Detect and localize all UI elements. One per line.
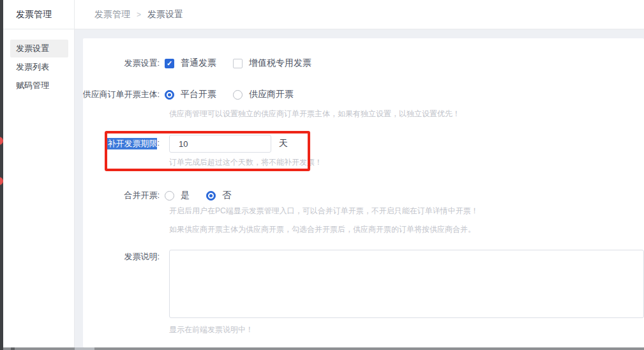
top-header: 发票管理 发票管理>发票设置 — [3, 0, 644, 29]
sidebar-divider — [74, 0, 75, 347]
field-label-colon: : — [157, 138, 160, 149]
unit-label-days: 天 — [279, 138, 288, 149]
form-row-invoice-note: 发票说明: — [83, 250, 644, 318]
app-window: 发票管理 发票管理>发票设置 发票设置 发票列表 赋码管理 发票设置: 普通发票… — [0, 0, 644, 350]
invoice-note-textarea[interactable] — [169, 250, 644, 318]
radio-label-merge-no[interactable]: 否 — [222, 190, 231, 201]
field-label-supplier-subject: 供应商订单开票主体: — [83, 89, 160, 100]
form-row-supplier-subject: 供应商订单开票主体: 平台开票 供应商开票 — [83, 88, 644, 101]
radio-platform-invoicing[interactable] — [165, 90, 174, 100]
checkbox-label-vat-invoice[interactable]: 增值税专用发票 — [249, 57, 311, 69]
breadcrumb: 发票管理>发票设置 — [94, 0, 183, 29]
form-row-merge-invoice: 合并开票: 是 否 — [83, 189, 644, 202]
page-title: 发票管理 — [16, 0, 52, 29]
radio-label-platform-invoicing[interactable]: 平台开票 — [181, 89, 216, 100]
radio-merge-no[interactable] — [206, 191, 216, 201]
field-label-invoice-type: 发票设置: — [83, 57, 160, 69]
form-row-invoice-type: 发票设置: 普通发票 增值税专用发票 — [83, 57, 644, 70]
checkbox-ordinary-invoice[interactable] — [165, 59, 174, 68]
helper-supplier-subject: 供应商管理可以设置独立的供应商订单开票主体，如果有独立设置，以独立设置优先！ — [169, 109, 460, 119]
sidebar-item-code-management[interactable]: 赋码管理 — [10, 77, 68, 95]
checkbox-vat-invoice[interactable] — [233, 59, 243, 68]
sidebar-menu: 发票设置 发票列表 赋码管理 — [3, 29, 74, 95]
form-row-reissue-period: 补开发票期限: 天 — [83, 135, 644, 153]
window-edge — [0, 0, 3, 350]
sidebar-item-invoice-list[interactable]: 发票列表 — [10, 58, 68, 76]
sidebar-item-invoice-settings[interactable]: 发票设置 — [10, 40, 68, 57]
sidebar: 发票设置 发票列表 赋码管理 — [3, 29, 74, 347]
helper-invoice-note: 显示在前端发票说明中！ — [169, 324, 253, 335]
helper-reissue-period: 订单完成后超过这个天数，将不能补开发票！ — [169, 157, 322, 168]
red-badge-icon — [0, 177, 3, 185]
sidebar-item-label: 发票列表 — [16, 62, 49, 72]
field-label-merge-invoice: 合并开票: — [83, 190, 160, 201]
radio-merge-yes[interactable] — [165, 191, 174, 201]
horizontal-scrollbar[interactable] — [0, 347, 644, 350]
radio-supplier-invoicing[interactable] — [233, 90, 243, 100]
field-label-invoice-note: 发票说明: — [83, 250, 160, 263]
radio-label-supplier-invoicing[interactable]: 供应商开票 — [249, 89, 294, 100]
checkbox-label-ordinary-invoice[interactable]: 普通发票 — [181, 57, 216, 69]
selected-text-highlight: 补开发票期限 — [107, 138, 157, 149]
scrollbar-notch — [11, 347, 15, 350]
helper-merge-invoice-2: 如果供应商开票主体为供应商开票，勾选合并开票后，供应商开票的订单将按供应商合并。 — [169, 224, 476, 235]
scrollbar-track — [75, 347, 94, 350]
breadcrumb-separator-icon: > — [137, 10, 141, 19]
sidebar-item-label: 赋码管理 — [16, 80, 49, 90]
reissue-days-input[interactable] — [169, 135, 271, 153]
red-badge-icon — [0, 137, 3, 145]
breadcrumb-current: 发票设置 — [147, 9, 183, 19]
breadcrumb-item-invoice-management[interactable]: 发票管理 — [94, 9, 130, 19]
helper-merge-invoice-1: 开启后用户在PC端显示发票管理入口，可以合并订单开票，不开启只能在订单详情中开票… — [169, 206, 479, 217]
field-label-reissue-period: 补开发票期限: — [83, 138, 160, 149]
radio-label-merge-yes[interactable]: 是 — [181, 190, 190, 201]
sidebar-item-label: 发票设置 — [16, 43, 49, 53]
settings-panel: 发票设置: 普通发票 增值税专用发票 供应商订单开票主体: 平台开票 供应商开票… — [83, 38, 644, 347]
